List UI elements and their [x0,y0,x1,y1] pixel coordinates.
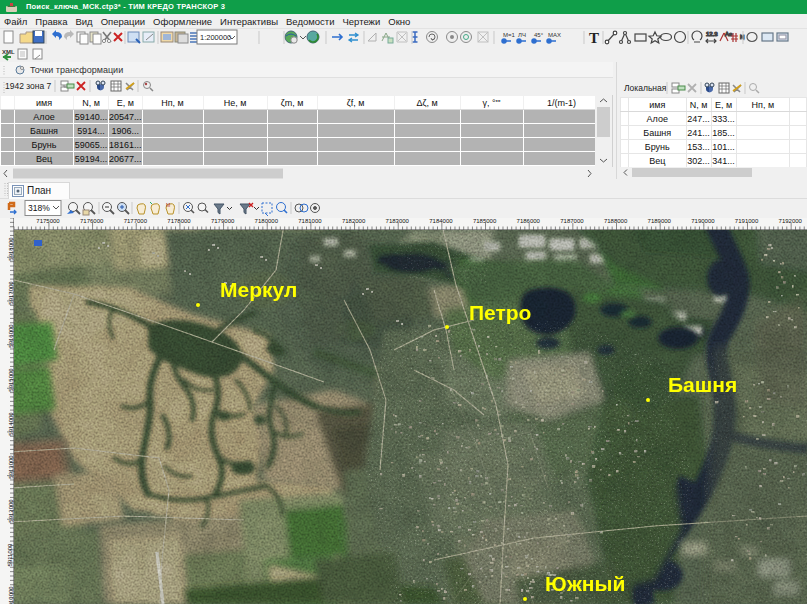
svg-text:1942 зона 7: 1942 зона 7 [5,81,52,91]
svg-text:MAX: MAX [548,32,561,38]
svg-text:Точки трансформации: Точки трансформации [30,65,123,75]
svg-text:ЛЧ: ЛЧ [518,32,526,38]
svg-text:M: M [166,202,170,208]
svg-text:M=1: M=1 [503,32,516,38]
svg-text:T: T [589,30,599,46]
svg-text:318%: 318% [28,203,50,213]
svg-text:XML: XML [2,49,15,55]
svg-text:1:200000: 1:200000 [200,33,231,42]
svg-text:Локальная: Локальная [624,83,667,93]
svg-text:N: N [740,34,744,40]
svg-text:12.3: 12.3 [706,31,718,37]
svg-text:45°: 45° [534,32,544,38]
